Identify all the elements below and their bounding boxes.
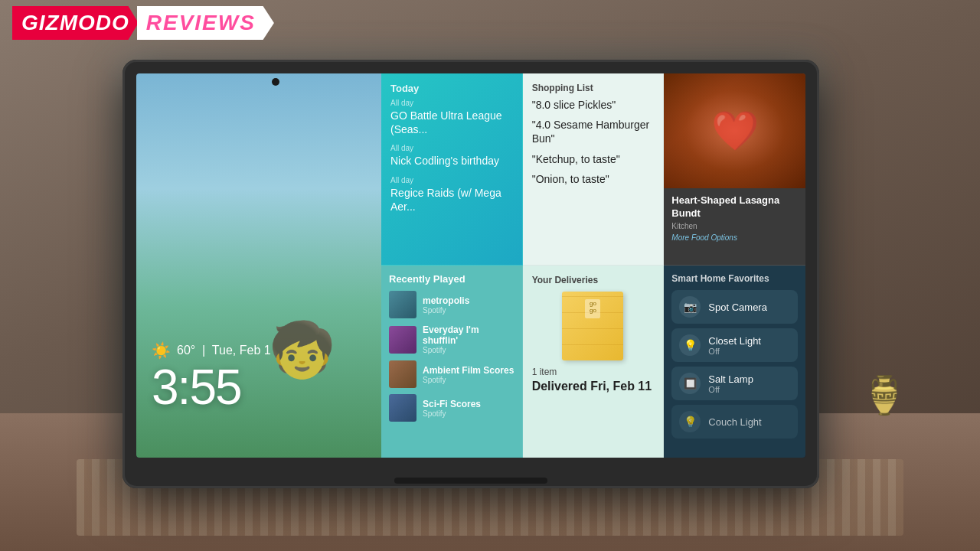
event-title-3: Regice Raids (w/ Mega Aer... [390,186,513,214]
deliveries-panel[interactable]: Your Deliveries go go 1 item Delivered F… [523,266,665,458]
music-source-3: Spotify [423,376,514,384]
weather-temp-day: 60° | Tue, Feb 1 [177,344,271,357]
music-title-4: Sci-Fi Scores [423,399,481,409]
device-info-salt-lamp: Salt Lamp Off [708,373,753,394]
couch-light-name: Couch Light [708,416,761,428]
recently-played-label: Recently Played [389,273,514,285]
decorative-figurine: 🏺 [861,374,907,417]
recently-played-panel[interactable]: Recently Played metropolis Spotify Every… [381,266,523,458]
brand-name: GIZMODO [21,11,129,34]
camera-icon: 📷 [679,296,701,318]
package-box: go go [562,292,623,360]
event-time-3: All day [390,176,513,184]
event-time-1: All day [390,99,513,107]
clock-display: 3:55 [152,363,271,412]
camera-name: Spot Camera [708,302,767,313]
weather-info: ☀️ 60° | Tue, Feb 1 3:55 [152,341,271,412]
smart-home-panel[interactable]: Smart Home Favorites 📷 Spot Camera 💡 Clo… [664,266,805,458]
shopping-item-3: "Ketchup, to taste" [532,152,655,166]
tv-camera [272,78,279,86]
box-text: go go [585,299,600,316]
event-item-3: All day Regice Raids (w/ Mega Aer... [390,176,513,214]
food-heart-icon: ❤️ [711,109,759,153]
device-info-couch: Couch Light [708,416,761,428]
box-label: go go [585,299,600,318]
music-item-1[interactable]: metropolis Spotify [389,291,514,318]
food-category: Kitchen [671,222,798,230]
music-source-4: Spotify [423,409,481,418]
weather-line: ☀️ 60° | Tue, Feb 1 [152,341,271,360]
music-source-2: Spotify [423,346,514,354]
device-info-camera: Spot Camera [708,302,767,313]
event-item-2: All day Nick Codling's birthday [390,144,513,168]
left-panel: 🧒 ☀️ 60° | Tue, Feb 1 3:55 [136,73,381,458]
smart-device-closet-light[interactable]: 💡 Closet Light Off [671,328,798,362]
music-title-3: Ambient Film Scores [423,365,514,376]
smart-device-couch-light[interactable]: 💡 Couch Light [671,405,798,439]
music-title-1: metropolis [423,295,469,306]
music-item-2[interactable]: Everyday I'm shufflin' Spotify [389,324,514,354]
smart-device-camera[interactable]: 📷 Spot Camera [671,290,798,324]
temperature: 60° [177,344,195,357]
tv-screen[interactable]: 🧒 ☀️ 60° | Tue, Feb 1 3:55 Today [136,73,805,458]
food-title: Heart-Shaped Lasagna Bundt [671,194,798,220]
light-icon-closet: 💡 [679,334,701,356]
child-silhouette: 🧒 [269,318,335,381]
delivery-date: Delivered Fri, Feb 11 [532,379,655,395]
food-more-options[interactable]: More Food Options [671,233,798,242]
deliveries-label: Your Deliveries [532,275,655,285]
reviews-label: REVIEWS [137,6,274,40]
tv-frame: 🧒 ☀️ 60° | Tue, Feb 1 3:55 Today [122,60,819,488]
event-time-2: All day [390,144,513,152]
shopping-item-1: "8.0 slice Pickles" [532,98,655,112]
shopping-panel[interactable]: Shopping List "8.0 slice Pickles" "4.0 S… [523,73,665,266]
music-source-1: Spotify [423,306,469,315]
date-display: Tue, Feb 1 [212,344,271,357]
device-info-closet: Closet Light Off [708,335,761,356]
music-thumb-1 [389,291,416,318]
event-item-1: All day GO Battle Ultra League (Seas... [390,99,513,136]
music-info-2: Everyday I'm shufflin' Spotify [423,324,514,354]
food-image: ❤️ [664,73,805,188]
shopping-item-4: "Onion, to taste" [532,172,655,186]
weather-icon: ☀️ [152,341,171,360]
music-thumb-2 [389,326,416,354]
closet-light-status: Off [708,347,761,356]
light-icon-couch: 💡 [679,411,701,432]
music-info-4: Sci-Fi Scores Spotify [423,399,481,418]
event-title-2: Nick Codling's birthday [390,154,513,168]
music-info-1: metropolis Spotify [423,295,469,315]
delivery-count: 1 item [532,367,655,377]
food-info: Heart-Shaped Lasagna Bundt Kitchen More … [664,188,805,248]
salt-lamp-icon: 🔲 [679,373,701,394]
music-title-2: Everyday I'm shufflin' [423,324,514,346]
right-panels-grid: Today All day GO Battle Ultra League (Se… [381,73,805,458]
closet-light-name: Closet Light [708,335,761,347]
smart-device-salt-lamp[interactable]: 🔲 Salt Lamp Off [671,367,798,400]
section-name: REVIEWS [146,11,256,34]
smart-home-label: Smart Home Favorites [671,273,798,284]
salt-lamp-name: Salt Lamp [708,373,753,385]
event-title-1: GO Battle Ultra League (Seas... [390,109,513,136]
tv-stand [394,478,547,484]
music-item-4[interactable]: Sci-Fi Scores Spotify [389,394,514,422]
gizmodo-logo: GIZMODO [12,6,139,40]
gizmodo-banner: GIZMODO REVIEWS [0,0,286,46]
shopping-label: Shopping List [532,83,655,93]
today-panel[interactable]: Today All day GO Battle Ultra League (Se… [381,73,523,266]
music-info-3: Ambient Film Scores Spotify [423,365,514,384]
shopping-item-2: "4.0 Sesame Hamburger Bun" [532,118,655,145]
music-item-3[interactable]: Ambient Film Scores Spotify [389,360,514,388]
today-label: Today [390,83,513,94]
music-thumb-4 [389,394,416,422]
delivery-box-visual: go go [532,292,655,360]
food-panel[interactable]: What To Eat ❤️ Heart-Shaped Lasagna Bund… [664,73,805,266]
salt-lamp-status: Off [708,385,753,394]
music-thumb-3 [389,360,416,388]
